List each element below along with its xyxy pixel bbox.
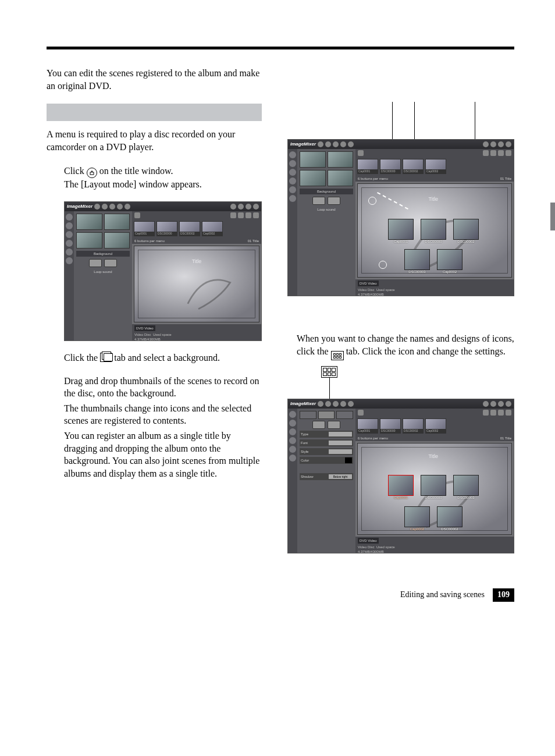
page-footer: Editing and saving scenes 109 (47, 588, 514, 602)
svg-rect-0 (90, 172, 94, 175)
page-number: 109 (493, 588, 514, 602)
step-2: Click the tab and select a background. (64, 352, 262, 364)
loop-sound-label: Loop sound (76, 269, 130, 274)
step2-pre: Click the (64, 353, 100, 363)
section-description: A menu is required to play a disc record… (47, 128, 262, 153)
step-3: Drag and drop thumbnails of the scenes t… (64, 375, 262, 480)
step3-text: Drag and drop thumbnails of the scenes t… (64, 375, 262, 400)
right-paragraph: When you want to change the names and de… (297, 332, 514, 360)
step-1: Click on the title window. The [Layout m… (64, 165, 262, 191)
background-tab-icon (100, 353, 112, 362)
step1-pre: Click (64, 166, 87, 176)
app-title: ImageMixer (67, 204, 92, 210)
icon-design-tab-icon (331, 351, 344, 360)
step2-post: tab and select a background. (114, 353, 220, 363)
intro-text: You can edit the scenes registered to th… (47, 67, 262, 92)
circle-marker-2 (379, 261, 387, 269)
screenshot-icon-settings-wrapper: ImageMixer Type Font (287, 366, 514, 553)
page-edge-tab (550, 203, 555, 230)
layout-mode-icon (87, 168, 97, 178)
canvas-title: Title (192, 258, 202, 265)
screenshot-icon-settings: ImageMixer Type Font (287, 399, 514, 553)
screenshot-drag-drop: ImageMixer Background (287, 139, 514, 296)
icon-design-tab-callout (321, 366, 337, 378)
circle-marker-1 (368, 197, 376, 205)
section-heading-bar (47, 104, 262, 121)
step1-post: on the title window. (99, 166, 173, 176)
screenshot-layout-mode: ImageMixer Background Loop sound (64, 201, 262, 341)
screenshot-drag-drop-wrapper: ImageMixer Background (287, 119, 514, 296)
background-label: Background (76, 251, 130, 257)
step1-line2: The [Layout mode] window appears. (64, 178, 262, 191)
step3-line2: The thumbnails change into icons and the… (64, 402, 262, 427)
footer-running: Editing and saving scenes (400, 590, 485, 601)
step3-line3: You can register an album as a single ti… (64, 430, 262, 480)
